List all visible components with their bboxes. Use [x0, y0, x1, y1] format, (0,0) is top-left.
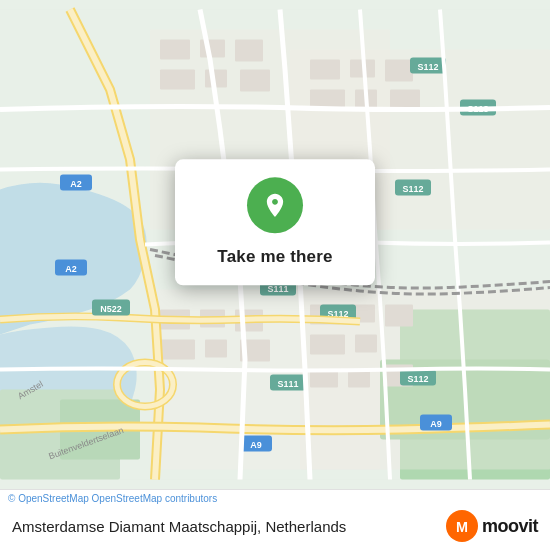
- map-area: A2 A2 A9 A9 S112 S113 S112: [0, 0, 550, 489]
- svg-text:S112: S112: [402, 184, 423, 194]
- contributors-text: OpenStreetMap contributors: [92, 493, 218, 504]
- attribution-text: ©: [8, 493, 15, 504]
- svg-rect-12: [160, 70, 195, 90]
- moovit-logo: M moovit: [446, 510, 538, 542]
- svg-text:S112: S112: [407, 374, 428, 384]
- bottom-bar: © OpenStreetMap OpenStreetMap contributo…: [0, 489, 550, 550]
- svg-text:A9: A9: [250, 440, 262, 450]
- app-container: A2 A2 A9 A9 S112 S113 S112: [0, 0, 550, 550]
- moovit-icon: M: [446, 510, 478, 542]
- svg-text:A2: A2: [70, 179, 82, 189]
- svg-rect-9: [160, 40, 190, 60]
- svg-rect-24: [160, 340, 195, 360]
- svg-text:S111: S111: [277, 379, 298, 389]
- svg-rect-30: [310, 335, 345, 355]
- svg-rect-10: [200, 40, 225, 58]
- svg-text:A9: A9: [430, 419, 442, 429]
- svg-text:N522: N522: [100, 304, 122, 314]
- svg-rect-11: [235, 40, 263, 62]
- svg-text:S112: S112: [417, 62, 438, 72]
- location-pin-icon: [261, 191, 289, 219]
- svg-rect-31: [355, 335, 377, 353]
- svg-text:A2: A2: [65, 264, 77, 274]
- location-name: Amsterdamse Diamant Maatschappij, Nether…: [12, 518, 346, 535]
- svg-rect-14: [240, 70, 270, 92]
- svg-rect-17: [385, 60, 413, 82]
- take-me-there-button[interactable]: Take me there: [217, 245, 332, 269]
- moovit-wordmark: moovit: [482, 516, 538, 537]
- popup-icon-circle: [247, 177, 303, 233]
- attribution: © OpenStreetMap OpenStreetMap contributo…: [0, 490, 550, 504]
- svg-rect-29: [385, 305, 413, 327]
- svg-rect-15: [310, 60, 340, 80]
- bottom-content: Amsterdamse Diamant Maatschappij, Nether…: [0, 504, 550, 550]
- openstreetmap-link[interactable]: OpenStreetMap: [18, 493, 89, 504]
- svg-text:S111: S111: [267, 284, 288, 294]
- svg-rect-25: [205, 340, 227, 358]
- popup-card: Take me there: [175, 159, 375, 285]
- svg-text:M: M: [456, 519, 468, 535]
